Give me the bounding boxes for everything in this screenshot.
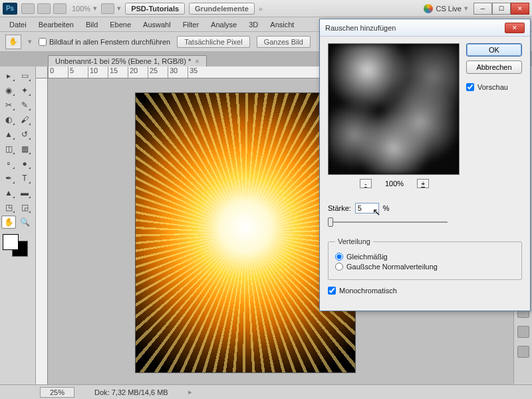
strength-label: Stärke:	[328, 204, 351, 212]
3d-tool[interactable]: ◳	[1, 201, 16, 214]
type-tool[interactable]: T	[17, 172, 32, 185]
close-tab-icon[interactable]: ×	[195, 57, 199, 65]
app-titlebar: Ps 100% ▾ ▾ PSD-Tutorials Grundelemente …	[0, 0, 532, 17]
menu-datei[interactable]: Datei	[4, 19, 32, 30]
menu-bild[interactable]: Bild	[80, 19, 103, 30]
document-tab[interactable]: Unbenannt-1 bei 25% (Ebene 1, RGB/8) * ×	[48, 55, 207, 66]
menu-ansicht[interactable]: Ansicht	[265, 19, 299, 30]
arrange-icon[interactable]	[101, 3, 114, 14]
noise-preview[interactable]	[328, 43, 460, 175]
window-close[interactable]: ✕	[511, 3, 529, 15]
window-minimize[interactable]: ─	[473, 3, 492, 15]
toolbox: ▸ ▭ ◉ ✦ ✂ ✎ ◐ 🖌 ▲ ↺ ◫ ▦ ∘ ● ✒ T ▲ ▬ ◳ ◲ …	[0, 66, 36, 384]
vertical-ruler	[36, 78, 48, 384]
distribution-gaussian-radio[interactable]: Gaußsche Normalverteilung	[335, 263, 515, 271]
history-brush-tool[interactable]: ↺	[17, 128, 32, 141]
strength-unit: %	[383, 204, 390, 212]
dialog-title: Rauschen hinzufügen	[325, 24, 396, 32]
panel-icon-3[interactable]	[517, 346, 529, 358]
move-tool[interactable]: ▸	[1, 69, 16, 82]
workspace-psd-tutorials[interactable]: PSD-Tutorials	[125, 3, 185, 15]
current-tool-hand-icon[interactable]: ✋	[5, 35, 21, 49]
window-maximize[interactable]: ☐	[492, 3, 511, 15]
menu-auswahl[interactable]: Auswahl	[138, 19, 176, 30]
dodge-tool[interactable]: ●	[17, 157, 32, 170]
color-swatches[interactable]	[3, 234, 33, 259]
menu-filter[interactable]: Filter	[178, 19, 204, 30]
fit-screen-button[interactable]: Ganzes Bild	[257, 36, 311, 48]
dialog-titlebar[interactable]: Rauschen hinzufügen ✕	[320, 19, 530, 37]
distribution-legend: Verteilung	[335, 237, 373, 245]
stamp-tool[interactable]: ▲	[1, 128, 16, 141]
zoom-indicator[interactable]: 100%	[72, 5, 90, 13]
ok-button[interactable]: OK	[466, 43, 522, 57]
actual-pixels-button[interactable]: Tatsächliche Pixel	[177, 36, 249, 48]
crop-tool[interactable]: ✂	[1, 98, 16, 112]
distribution-fieldset: Verteilung Gleichmäßig Gaußsche Normalve…	[328, 237, 522, 280]
healing-tool[interactable]: ◐	[1, 113, 16, 126]
preview-checkbox[interactable]: Vorschau	[466, 83, 522, 91]
panel-icon-2[interactable]	[517, 326, 529, 338]
brush-tool[interactable]: 🖌	[17, 113, 32, 126]
ruler-corner	[36, 66, 48, 78]
screenmode-icon[interactable]	[53, 3, 66, 14]
add-noise-dialog: Rauschen hinzufügen ✕ OK Abbrechen Vorsc…	[319, 19, 531, 311]
workspace-grundelemente[interactable]: Grundelemente	[189, 3, 255, 15]
lasso-tool[interactable]: ◉	[1, 84, 16, 97]
eyedropper-tool[interactable]: ✎	[17, 98, 32, 112]
strength-slider[interactable]	[328, 217, 448, 227]
zoom-tool[interactable]: 🔍	[17, 215, 32, 229]
pen-tool[interactable]: ✒	[1, 172, 16, 185]
gradient-tool[interactable]: ▦	[17, 142, 32, 156]
status-doc-info: Dok: 7,32 MB/14,6 MB	[94, 388, 168, 396]
photoshop-logo: Ps	[3, 3, 17, 15]
cancel-button[interactable]: Abbrechen	[466, 61, 522, 74]
cs-live[interactable]: CS Live ▾	[424, 4, 468, 13]
minibridge-icon[interactable]	[37, 3, 51, 14]
dialog-close-button[interactable]: ✕	[505, 23, 525, 33]
shape-tool[interactable]: ▬	[17, 186, 32, 200]
status-bar: 25% Dok: 7,32 MB/14,6 MB ▸	[0, 384, 532, 399]
marquee-tool[interactable]: ▭	[17, 69, 32, 82]
menu-ebene[interactable]: Ebene	[104, 19, 136, 30]
status-zoom[interactable]: 25%	[40, 387, 74, 398]
3d-camera-tool[interactable]: ◲	[17, 201, 32, 214]
zoom-in-button[interactable]: +	[417, 179, 429, 188]
menu-3d[interactable]: 3D	[243, 19, 263, 30]
magic-wand-tool[interactable]: ✦	[17, 84, 32, 97]
bridge-icon[interactable]	[21, 3, 35, 14]
workspace-more[interactable]: »	[259, 5, 263, 13]
distribution-uniform-radio[interactable]: Gleichmäßig	[335, 253, 515, 261]
foreground-swatch[interactable]	[3, 234, 19, 250]
cs-live-icon	[424, 4, 433, 13]
monochrome-checkbox[interactable]: Monochromatisch	[328, 287, 522, 295]
strength-input[interactable]	[355, 203, 379, 213]
hand-tool[interactable]: ✋	[1, 215, 16, 229]
blur-tool[interactable]: ∘	[1, 157, 16, 170]
eraser-tool[interactable]: ◫	[1, 142, 16, 156]
path-select-tool[interactable]: ▲	[1, 186, 16, 200]
scroll-all-windows-checkbox[interactable]: Bildlauf in allen Fenstern durchführen	[39, 38, 170, 46]
preview-zoom-value: 100%	[385, 180, 404, 188]
menu-bearbeiten[interactable]: Bearbeiten	[33, 19, 79, 30]
zoom-out-button[interactable]: -	[360, 179, 372, 188]
menu-analyse[interactable]: Analyse	[205, 19, 242, 30]
